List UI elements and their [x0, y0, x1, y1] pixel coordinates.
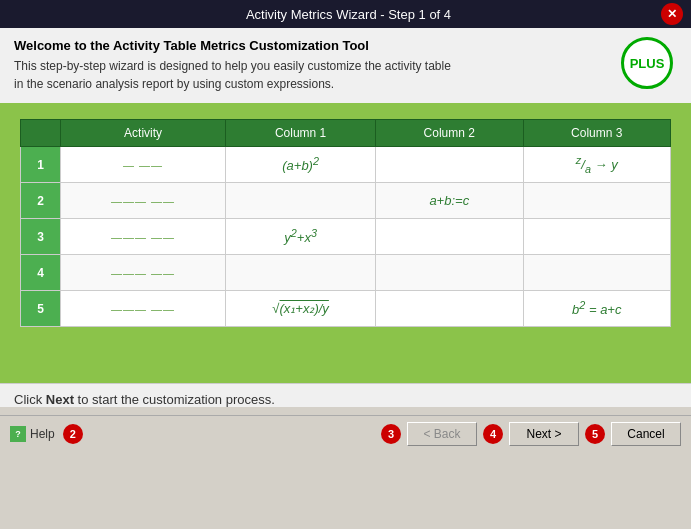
- row-col2: [376, 255, 523, 291]
- welcome-text-block: Welcome to the Activity Table Metrics Cu…: [14, 38, 617, 93]
- click-next-after: to start the customization process.: [74, 392, 275, 407]
- cancel-label: Cancel: [627, 427, 664, 441]
- row-col1: [226, 183, 376, 219]
- row-col1: [226, 255, 376, 291]
- title-bar: Activity Metrics Wizard - Step 1 of 4 ✕: [0, 0, 691, 28]
- row-activity: ——— ——: [61, 183, 226, 219]
- table-container: Activity Column 1 Column 2 Column 3 1 — …: [0, 103, 691, 383]
- badge-2: 2: [63, 424, 83, 444]
- back-label: < Back: [423, 427, 460, 441]
- next-button[interactable]: Next >: [509, 422, 579, 446]
- row-activity: ——— ——: [61, 219, 226, 255]
- row-col2: a+b:=c: [376, 183, 523, 219]
- row-col1: y2+x3: [226, 219, 376, 255]
- col-header-num: [21, 120, 61, 147]
- next-bold-label: Next: [46, 392, 74, 407]
- welcome-title: Welcome to the Activity Table Metrics Cu…: [14, 38, 617, 53]
- close-button[interactable]: ✕: [661, 3, 683, 25]
- close-icon: ✕: [667, 7, 677, 21]
- col-header-col1: Column 1: [226, 120, 376, 147]
- row-col2: [376, 291, 523, 327]
- logo-circle: PLUS: [621, 37, 673, 89]
- row-id: 2: [21, 183, 61, 219]
- table-header-row: Activity Column 1 Column 2 Column 3: [21, 120, 671, 147]
- row-activity: ——— ——: [61, 291, 226, 327]
- row-id: 3: [21, 219, 61, 255]
- col-header-col2: Column 2: [376, 120, 523, 147]
- row-activity: ——— ——: [61, 255, 226, 291]
- row-col3: [523, 183, 671, 219]
- help-icon: ?: [10, 426, 26, 442]
- row-col3: b2 = a+c: [523, 291, 671, 327]
- click-next-text: Click Next to start the customization pr…: [14, 392, 677, 407]
- back-button[interactable]: < Back: [407, 422, 477, 446]
- row-col3: [523, 255, 671, 291]
- footer: ? Help 2 3 < Back 4 Next > 5 Cancel: [0, 415, 691, 452]
- row-col1: (a+b)2: [226, 147, 376, 183]
- badge-4: 4: [483, 424, 503, 444]
- row-activity: — ——: [61, 147, 226, 183]
- row-col2: [376, 219, 523, 255]
- table-row: 2 ——— —— a+b:=c: [21, 183, 671, 219]
- col-header-col3: Column 3: [523, 120, 671, 147]
- table-row: 5 ——— —— √(x₁+x₂)/y b2 = a+c: [21, 291, 671, 327]
- table-row: 1 — —— (a+b)2 z/a → y: [21, 147, 671, 183]
- header-section: Welcome to the Activity Table Metrics Cu…: [0, 28, 691, 103]
- bottom-area: Click Next to start the customization pr…: [0, 383, 691, 407]
- col-header-activity: Activity: [61, 120, 226, 147]
- window-title: Activity Metrics Wizard - Step 1 of 4: [36, 7, 661, 22]
- table-row: 4 ——— ——: [21, 255, 671, 291]
- row-col3: [523, 219, 671, 255]
- badge-3: 3: [381, 424, 401, 444]
- welcome-desc: This step-by-step wizard is designed to …: [14, 57, 617, 93]
- logo-text: PLUS: [630, 56, 665, 71]
- metrics-table: Activity Column 1 Column 2 Column 3 1 — …: [20, 119, 671, 327]
- row-col2: [376, 147, 523, 183]
- help-button[interactable]: ? Help: [10, 426, 55, 442]
- row-id: 4: [21, 255, 61, 291]
- row-col3: z/a → y: [523, 147, 671, 183]
- help-label: Help: [30, 427, 55, 441]
- row-id: 5: [21, 291, 61, 327]
- badge-5: 5: [585, 424, 605, 444]
- table-row: 3 ——— —— y2+x3: [21, 219, 671, 255]
- next-label: Next >: [526, 427, 561, 441]
- footer-right: 3 < Back 4 Next > 5 Cancel: [381, 422, 681, 446]
- footer-left: ? Help 2: [10, 424, 83, 444]
- cancel-button[interactable]: Cancel: [611, 422, 681, 446]
- row-col1: √(x₁+x₂)/y: [226, 291, 376, 327]
- logo-area: PLUS: [617, 38, 677, 88]
- row-id: 1: [21, 147, 61, 183]
